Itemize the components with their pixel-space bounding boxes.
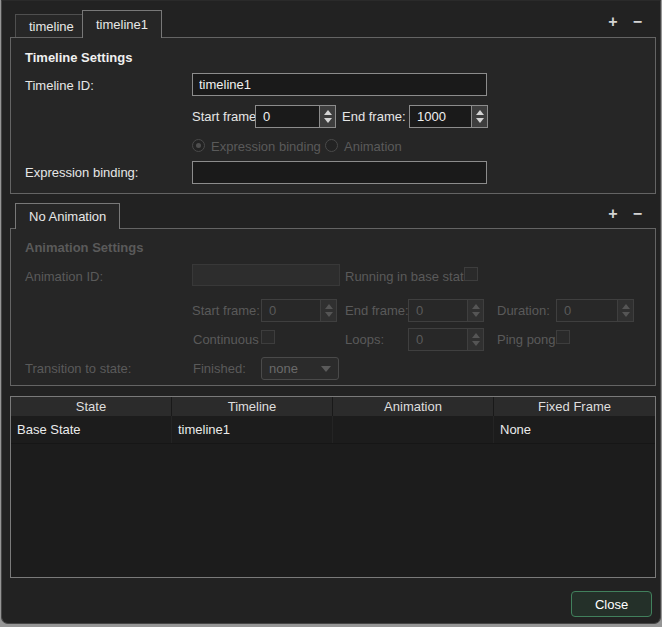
close-button-label: Close: [595, 597, 628, 612]
animation-tab-actions: + −: [608, 204, 642, 224]
start-frame-spinbox[interactable]: 0: [255, 105, 336, 128]
column-header-state[interactable]: State: [11, 397, 172, 416]
continuous-checkbox: [261, 330, 275, 344]
end-frame-spin-buttons[interactable]: [471, 105, 488, 128]
finished-dropdown-value: none: [269, 361, 298, 376]
tab-no-animation[interactable]: No Animation: [15, 203, 120, 229]
start-frame-value[interactable]: 0: [255, 105, 319, 128]
expression-binding-input[interactable]: [192, 161, 487, 184]
tab-timeline1[interactable]: timeline1: [82, 10, 162, 38]
spin-up-icon[interactable]: [324, 110, 332, 115]
spin-up-icon[interactable]: [476, 110, 484, 115]
anim-end-frame-value: 0: [408, 299, 467, 322]
tab-no-animation-label: No Animation: [29, 209, 106, 224]
column-header-timeline[interactable]: Timeline: [172, 397, 333, 416]
loops-spin-buttons: [467, 328, 484, 351]
spin-down-icon: [325, 312, 333, 317]
anim-start-frame-spinbox: 0: [261, 299, 337, 322]
anim-end-frame-spinbox: 0: [408, 299, 484, 322]
remove-animation-icon[interactable]: −: [633, 204, 642, 224]
timeline-id-input[interactable]: [192, 73, 487, 96]
end-frame-value[interactable]: 1000: [409, 105, 471, 128]
duration-spinbox: 0: [556, 299, 634, 322]
duration-label: Duration:: [497, 303, 550, 318]
duration-spin-buttons: [617, 299, 634, 322]
animation-id-label: Animation ID:: [25, 269, 103, 284]
loops-value: 0: [408, 328, 467, 351]
animation-id-input: [192, 264, 340, 286]
spin-up-icon: [472, 333, 480, 338]
spin-up-icon: [622, 304, 630, 309]
tab-timeline-label: timeline: [29, 19, 74, 34]
cell-fixed-frame[interactable]: None: [494, 416, 655, 443]
loops-label: Loops:: [345, 332, 384, 347]
ping-pong-checkbox: [556, 330, 570, 344]
expression-binding-radio: [192, 139, 205, 152]
add-timeline-icon[interactable]: +: [608, 12, 617, 32]
anim-start-frame-spin-buttons: [320, 299, 337, 322]
start-frame-spin-buttons[interactable]: [319, 105, 336, 128]
cell-animation[interactable]: [333, 416, 494, 443]
expression-binding-radio-label: Expression binding: [211, 139, 321, 154]
states-table: State Timeline Animation Fixed Frame Bas…: [10, 396, 656, 578]
dropdown-arrow-icon: [321, 366, 331, 372]
tab-timeline[interactable]: timeline: [15, 14, 88, 37]
timeline-tab-actions: + −: [608, 12, 642, 32]
column-header-animation[interactable]: Animation: [333, 397, 494, 416]
animation-radio-label: Animation: [344, 139, 402, 154]
finished-label: Finished:: [193, 361, 246, 376]
spin-up-icon: [472, 304, 480, 309]
spin-down-icon: [622, 312, 630, 317]
add-animation-icon[interactable]: +: [608, 204, 617, 224]
anim-start-frame-value: 0: [261, 299, 320, 322]
states-table-header: State Timeline Animation Fixed Frame: [11, 397, 655, 416]
running-in-base-state-checkbox: [464, 267, 478, 281]
spin-down-icon: [472, 341, 480, 346]
animation-radio: [325, 139, 338, 152]
spin-down-icon: [472, 312, 480, 317]
remove-timeline-icon[interactable]: −: [633, 12, 642, 32]
transition-to-state-label: Transition to state:: [25, 361, 131, 376]
end-frame-label: End frame:: [342, 109, 406, 124]
expression-binding-label: Expression binding:: [25, 165, 138, 180]
running-in-base-state-label: Running in base state: [345, 269, 471, 284]
loops-spinbox: 0: [408, 328, 484, 351]
anim-start-frame-label: Start frame:: [192, 303, 260, 318]
spin-up-icon: [325, 304, 333, 309]
spin-down-icon[interactable]: [324, 118, 332, 123]
animation-settings-group: Animation Settings Animation ID: Running…: [10, 228, 656, 386]
ping-pong-label: Ping pong: [497, 332, 556, 347]
timeline-settings-title: Timeline Settings: [25, 50, 132, 65]
timeline-id-label: Timeline ID:: [25, 78, 94, 93]
column-header-fixed-frame[interactable]: Fixed Frame: [494, 397, 655, 416]
start-frame-label: Start frame:: [192, 109, 260, 124]
timeline-settings-dialog: timeline timeline1 + − Timeline Settings…: [1, 0, 661, 624]
spin-down-icon[interactable]: [476, 118, 484, 123]
animation-settings-title: Animation Settings: [25, 240, 143, 255]
anim-end-frame-spin-buttons: [467, 299, 484, 322]
finished-dropdown: none: [261, 357, 339, 380]
cell-timeline[interactable]: timeline1: [172, 416, 333, 443]
anim-end-frame-label: End frame:: [345, 303, 409, 318]
table-row[interactable]: Base State timeline1 None: [11, 416, 655, 444]
timeline-settings-group: Timeline Settings Timeline ID: Start fra…: [10, 37, 656, 194]
cell-state[interactable]: Base State: [11, 416, 172, 443]
tab-timeline1-label: timeline1: [96, 17, 148, 32]
radio-dot-icon: [196, 143, 201, 148]
close-button[interactable]: Close: [571, 591, 652, 617]
duration-value: 0: [556, 299, 617, 322]
end-frame-spinbox[interactable]: 1000: [409, 105, 488, 128]
continuous-label: Continuous: [193, 332, 259, 347]
